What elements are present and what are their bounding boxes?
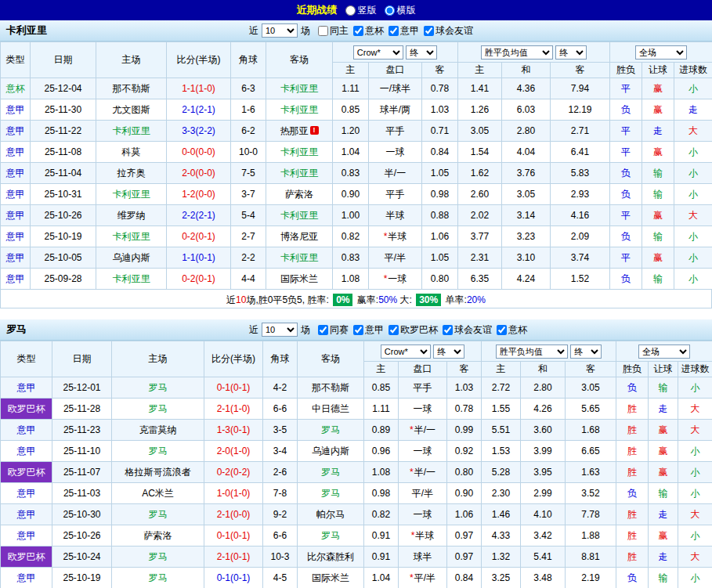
goals-cell: 小: [678, 568, 712, 588]
col-cover: 让球: [649, 362, 678, 377]
handicap-cell: 一球: [399, 504, 447, 525]
home-team-cell[interactable]: 罗马: [112, 399, 204, 420]
filter-coppa-italia[interactable]: 意杯: [353, 24, 384, 38]
filter-europa-league[interactable]: 欧罗巴杯: [389, 323, 438, 337]
odds-final-select[interactable]: 终: [433, 345, 464, 359]
odds-source-select[interactable]: Crow*: [381, 345, 431, 359]
away-team-cell[interactable]: 比尔森胜利: [298, 547, 364, 568]
home-team-cell[interactable]: 罗马: [112, 547, 204, 568]
vertical-radio-input[interactable]: [345, 5, 356, 16]
away-team-cell[interactable]: 罗马: [298, 462, 364, 483]
away-team-cell[interactable]: 卡利亚里: [266, 99, 333, 121]
home-team-cell[interactable]: AC米兰: [112, 483, 204, 504]
filter-checkbox[interactable]: [389, 325, 399, 335]
near-label: 近: [249, 24, 258, 38]
home-team-cell[interactable]: 拉齐奥: [96, 163, 167, 184]
league-cell: 意甲: [1, 441, 52, 462]
horizontal-radio-input[interactable]: [385, 5, 395, 16]
filter-coppa-italia[interactable]: 意杯: [497, 323, 527, 337]
away-team-cell[interactable]: 国际米兰: [266, 269, 333, 290]
col-avg-draw: 和: [502, 63, 551, 78]
odds-home-cell: 0.82: [364, 504, 399, 525]
handicap-cell: *半球: [369, 226, 422, 247]
avg-draw-cell: 3.48: [521, 568, 566, 588]
odds-source-select[interactable]: Crow*: [353, 45, 403, 60]
filter-checkbox[interactable]: [443, 325, 453, 335]
avg-draw-cell: 2.80: [521, 377, 566, 399]
filter-checkbox[interactable]: [389, 26, 399, 36]
goals-cell: 大: [674, 121, 712, 142]
away-team-cell[interactable]: 罗马: [298, 420, 364, 441]
home-team-cell[interactable]: 科莫: [96, 142, 167, 163]
col-odds-away: 客: [422, 63, 458, 78]
odds-home-cell: 0.91: [364, 525, 399, 547]
home-team-cell[interactable]: 尤文图斯: [96, 99, 167, 121]
away-team-cell[interactable]: 国际米兰: [298, 568, 364, 588]
score-cell: 0-1(0-1): [204, 377, 263, 399]
away-team-cell[interactable]: 罗马: [298, 525, 364, 547]
odds-away-cell: 0.71: [422, 121, 458, 142]
away-team-cell[interactable]: 卡利亚里: [266, 142, 333, 163]
home-team-cell[interactable]: 萨索洛: [112, 525, 204, 547]
away-team-cell[interactable]: 萨索洛: [266, 184, 333, 205]
avg-final-select[interactable]: 终: [570, 345, 602, 359]
layout-radio-vertical[interactable]: 竖版: [345, 4, 377, 17]
home-team-cell[interactable]: 卡利亚里: [96, 269, 167, 290]
corner-cell: 9-2: [263, 504, 298, 525]
avg-draw-cell: 4.10: [521, 504, 566, 525]
filter-checkbox[interactable]: [353, 325, 363, 335]
odds-away-cell: 0.98: [422, 184, 458, 205]
home-team-cell[interactable]: 维罗纳: [96, 205, 167, 226]
filter-serie-a[interactable]: 意甲: [353, 323, 384, 337]
handicap-cell: *半/一: [399, 462, 447, 483]
matches-body: 意甲25-12-01罗马0-1(0-1)4-2那不勒斯0.85平手1.032.7…: [1, 377, 712, 588]
odds-final-select[interactable]: 终: [406, 45, 437, 60]
away-team-cell[interactable]: 卡利亚里: [266, 205, 333, 226]
home-team-cell[interactable]: 卡利亚里: [96, 121, 167, 142]
filter-club-friendly[interactable]: 球会友谊: [424, 24, 473, 38]
filter-checkbox[interactable]: [353, 26, 363, 36]
score-cell: 1-0(1-0): [204, 483, 263, 504]
layout-radio-horizontal[interactable]: 横版: [385, 4, 416, 17]
away-team-cell[interactable]: 博洛尼亚: [266, 226, 333, 247]
filter-checkbox[interactable]: [318, 26, 328, 36]
match-row: 意甲25-12-01罗马0-1(0-1)4-2那不勒斯0.85平手1.032.7…: [1, 377, 712, 399]
league-cell: 意甲: [1, 377, 52, 399]
scope-select[interactable]: 全场: [638, 345, 690, 359]
home-team-cell[interactable]: 罗马: [112, 568, 204, 588]
home-team-cell[interactable]: 格拉斯哥流浪者: [112, 462, 204, 483]
scope-select[interactable]: 全场: [635, 45, 687, 60]
away-team-cell[interactable]: 卡利亚里: [266, 163, 333, 184]
avg-odds-select[interactable]: 胜平负均值: [481, 45, 553, 60]
avg-odds-select[interactable]: 胜平负均值: [496, 345, 568, 359]
filter-club-friendly[interactable]: 球会友谊: [443, 323, 492, 337]
match-count-select[interactable]: 10: [262, 23, 298, 38]
home-team-cell[interactable]: 克雷莫纳: [112, 420, 204, 441]
result-cell: 负: [616, 483, 649, 504]
filter-same-venue[interactable]: 同主: [318, 24, 349, 38]
filter-checkbox[interactable]: [318, 325, 328, 335]
filter-serie-a[interactable]: 意甲: [389, 24, 419, 38]
away-team-cell[interactable]: 帕尔马: [298, 504, 364, 525]
away-team-cell[interactable]: 热那亚!: [266, 121, 333, 142]
away-team-cell[interactable]: 乌迪内斯: [298, 441, 364, 462]
away-team-cell[interactable]: 卡利亚里: [266, 78, 333, 99]
home-team-cell[interactable]: 乌迪内斯: [96, 247, 167, 269]
avg-final-select[interactable]: 终: [555, 45, 587, 60]
home-team-cell[interactable]: 卡利亚里: [96, 226, 167, 247]
home-team-cell[interactable]: 那不勒斯: [96, 78, 167, 99]
cover-cell: 输: [642, 226, 674, 247]
away-team-cell[interactable]: 中日德兰: [298, 399, 364, 420]
home-team-cell[interactable]: 卡利亚里: [96, 184, 167, 205]
filter-same-competition[interactable]: 同赛: [318, 323, 349, 337]
home-team-cell[interactable]: 罗马: [112, 377, 204, 399]
match-count-select[interactable]: 10: [262, 323, 298, 337]
home-team-cell[interactable]: 罗马: [112, 504, 204, 525]
cover-cell: 赢: [642, 142, 674, 163]
filter-checkbox[interactable]: [497, 325, 507, 335]
filter-checkbox[interactable]: [424, 26, 434, 36]
away-team-cell[interactable]: 罗马: [298, 483, 364, 504]
home-team-cell[interactable]: 罗马: [112, 441, 204, 462]
away-team-cell[interactable]: 那不勒斯: [298, 377, 364, 399]
away-team-cell[interactable]: 卡利亚里: [266, 247, 333, 269]
